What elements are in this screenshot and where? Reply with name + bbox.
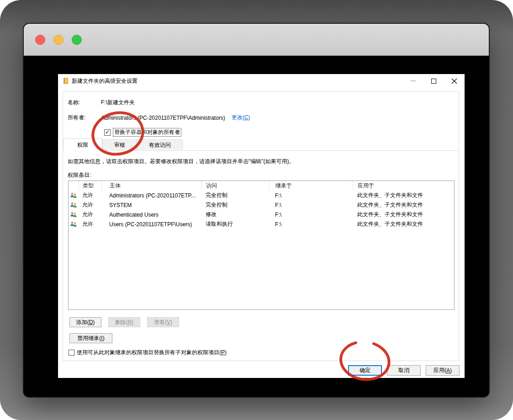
replace-owner-checkbox-label[interactable]: 替换子容器和对象的所有者 [113,128,181,137]
close-icon[interactable] [444,74,465,88]
permission-entries-label: 权限条目: [68,171,91,179]
disable-inheritance-button[interactable]: 禁用继承(I) [69,333,112,343]
column-header-access[interactable]: 访问 [201,181,269,191]
table-header[interactable]: 类型 主体 访问 继承于 应用于 [69,181,454,191]
replace-owner-checkbox[interactable]: ✓ 替换子容器和对象的所有者 [104,128,181,137]
users-icon [69,219,79,229]
dialog-titlebar[interactable]: 新建文件夹的高级安全设置 [58,74,465,88]
apply-button[interactable]: 应用(A) [426,365,460,376]
maximize-icon[interactable] [423,74,444,88]
view-button: 查看(V) [147,317,179,327]
minimize-traffic-light[interactable] [53,35,63,45]
zoom-traffic-light[interactable] [72,35,82,45]
icon-column-header [69,181,79,191]
security-settings-icon [63,78,69,84]
permission-entries-table[interactable]: 类型 主体 访问 继承于 应用于 允许 Administrators (PC-2… [68,181,455,310]
users-icon [69,210,79,219]
screenshot-canvas: 新建文件夹的高级安全设置 名称: [0,0,513,420]
advanced-security-settings-dialog: 新建文件夹的高级安全设置 名称: [58,74,465,378]
users-icon [69,200,79,210]
tab-bar: 权限 审核 有效访问 [63,138,183,151]
column-header-principal[interactable]: 主体 [101,181,201,191]
ok-button[interactable]: 确定 [348,365,382,376]
tab-auditing[interactable]: 审核 [102,139,137,150]
dialog-title: 新建文件夹的高级安全设置 [72,77,138,85]
remove-button: 删除(R) [108,317,140,327]
owner-row: 所有者: Administrators (PC-20201107ETPF\Adm… [68,114,250,122]
close-traffic-light[interactable] [35,35,45,45]
tab-permissions[interactable]: 权限 [63,138,102,151]
replace-child-permissions-checkbox[interactable]: 使用可从此对象继承的权限项目替换所有子对象的权限项目(P) [69,349,227,356]
table-row[interactable]: 允许 Authenticated Users 修改 F:\ 此文件夹、子文件夹和… [69,210,454,219]
table-row[interactable]: 允许 Users (PC-20201107ETPF\Users) 读取和执行 F… [69,219,454,229]
checkbox-checked-icon[interactable]: ✓ [104,129,111,136]
table-row[interactable]: 允许 SYSTEM 完全控制 F:\ 此文件夹、子文件夹和文件 [69,200,454,210]
tab-effective-access[interactable]: 有效访问 [137,139,183,150]
change-owner-link[interactable]: 更改(C) [232,114,250,122]
column-header-type[interactable]: 类型 [79,181,101,191]
users-icon [69,191,79,200]
checkbox-unchecked-icon[interactable] [69,350,74,356]
name-label: 名称: [68,99,101,106]
macos-window-content: 新建文件夹的高级安全设置 名称: [24,56,489,396]
name-value: F:\新建文件夹 [101,99,135,106]
cancel-button[interactable]: 取消 [387,365,421,376]
dialog-main-panel: 名称: F:\新建文件夹 所有者: Administrators (PC-202… [63,91,459,361]
info-text: 如需其他信息，请双击权限项目。若要修改权限项目，请选择该项目并单击"编辑"(如果… [68,158,397,165]
owner-value: Administrators (PC-20201107ETPF\Administ… [101,115,225,121]
minimize-icon [403,74,423,88]
macos-window: 新建文件夹的高级安全设置 名称: [24,24,489,397]
add-button[interactable]: 添加(D) [69,317,101,327]
name-row: 名称: F:\新建文件夹 [68,99,135,106]
column-header-inherited-from[interactable]: 继承于 [269,181,352,191]
column-header-applies-to[interactable]: 应用于 [352,181,454,191]
owner-label: 所有者: [68,114,101,122]
table-row[interactable]: 允许 Administrators (PC-20201107ETP... 完全控… [69,191,454,200]
tab-divider [63,150,459,151]
replace-child-permissions-label[interactable]: 使用可从此对象继承的权限项目替换所有子对象的权限项目(P) [77,349,227,356]
macos-titlebar[interactable] [24,24,489,56]
